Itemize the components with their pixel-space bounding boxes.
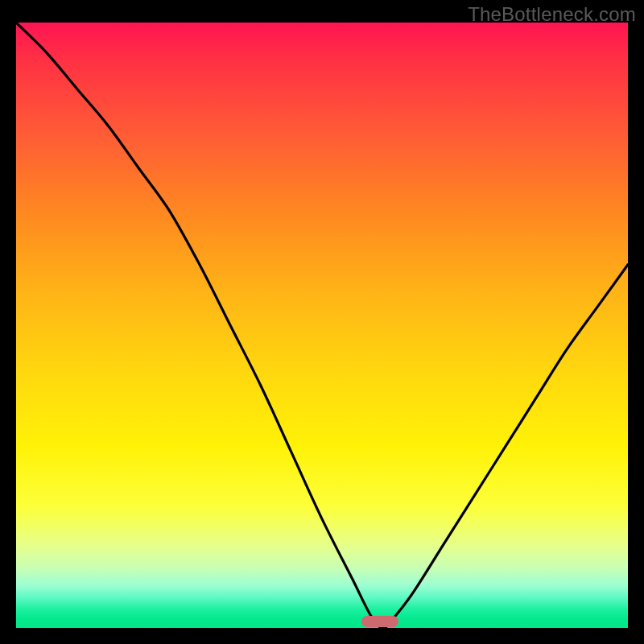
watermark-text: TheBottleneck.com — [468, 3, 636, 26]
optimum-marker — [361, 616, 398, 627]
plot-area — [16, 23, 628, 628]
bottleneck-curve — [16, 23, 628, 628]
chart-frame: TheBottleneck.com — [0, 0, 644, 644]
